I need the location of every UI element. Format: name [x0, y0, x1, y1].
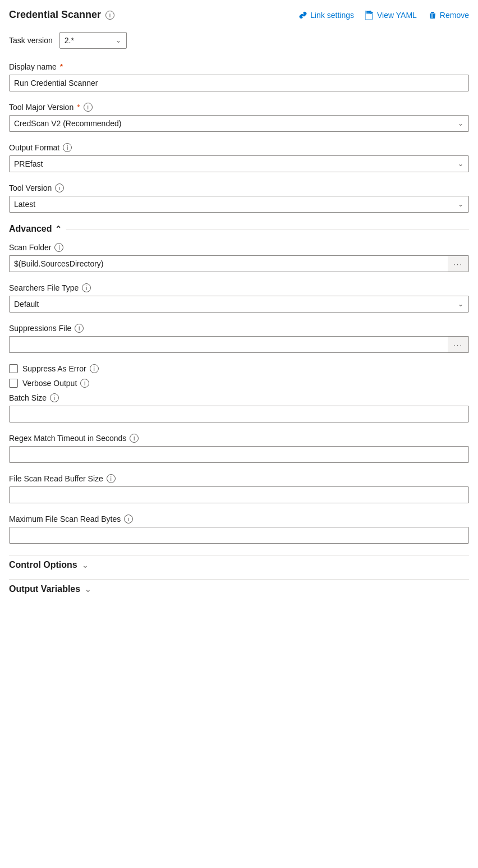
control-options-header[interactable]: Control Options ⌄	[9, 555, 469, 575]
verbose-output-label[interactable]: Verbose Output i	[22, 379, 89, 388]
output-format-select-wrapper: PREfast CSV JSON ⌄	[9, 155, 469, 172]
advanced-section-divider: Advanced ⌃	[9, 224, 469, 234]
advanced-divider-line	[66, 229, 469, 229]
output-variables-title: Output Variables	[9, 584, 80, 594]
tool-major-version-label: Tool Major Version * i	[9, 103, 469, 112]
regex-timeout-input[interactable]	[9, 446, 469, 463]
display-name-required-star: *	[60, 62, 63, 71]
tool-version-label: Tool Version i	[9, 183, 469, 192]
scan-folder-label: Scan Folder i	[9, 243, 469, 252]
tool-version-select[interactable]: Latest Specific	[9, 196, 469, 213]
task-version-select-wrapper: 2.* 1.* ⌄	[59, 32, 127, 49]
suppressions-file-group: Suppressions File i ···	[9, 324, 469, 353]
max-file-scan-bytes-group: Maximum File Scan Read Bytes i	[9, 515, 469, 544]
suppress-as-error-checkbox[interactable]	[9, 364, 18, 373]
tool-version-group: Tool Version i Latest Specific ⌄	[9, 183, 469, 213]
searchers-file-type-select[interactable]: Default Custom	[9, 296, 469, 313]
page-title: Credential Scanner	[9, 9, 101, 21]
tool-version-info-icon[interactable]: i	[55, 183, 64, 192]
output-format-info-icon[interactable]: i	[63, 143, 72, 152]
title-info-icon[interactable]: i	[105, 11, 114, 20]
batch-size-input[interactable]	[9, 406, 469, 422]
tool-major-version-group: Tool Major Version * i CredScan V2 (Reco…	[9, 103, 469, 132]
control-options-title: Control Options	[9, 560, 77, 570]
suppress-as-error-info-icon[interactable]: i	[90, 364, 99, 373]
control-options-chevron-down-icon: ⌄	[82, 561, 89, 570]
scan-folder-info-icon[interactable]: i	[54, 243, 63, 252]
regex-timeout-label: Regex Match Timeout in Seconds i	[9, 434, 469, 443]
scan-folder-input-row: ···	[9, 255, 469, 272]
output-format-label: Output Format i	[9, 143, 469, 152]
display-name-input[interactable]	[9, 75, 469, 91]
tool-major-version-select[interactable]: CredScan V2 (Recommended) CredScan V1	[9, 115, 469, 132]
batch-size-label: Batch Size i	[9, 393, 469, 402]
regex-timeout-info-icon[interactable]: i	[130, 434, 139, 443]
verbose-output-info-icon[interactable]: i	[80, 379, 89, 388]
verbose-output-row: Verbose Output i	[9, 379, 469, 388]
remove-button[interactable]: Remove	[428, 11, 469, 20]
output-variables-section: Output Variables ⌄	[9, 579, 469, 599]
regex-timeout-group: Regex Match Timeout in Seconds i	[9, 434, 469, 463]
suppressions-file-input-row: ···	[9, 336, 469, 353]
suppressions-file-info-icon[interactable]: i	[75, 324, 84, 333]
scan-folder-browse-button[interactable]: ···	[448, 255, 469, 272]
file-scan-buffer-label: File Scan Read Buffer Size i	[9, 474, 469, 483]
suppress-as-error-label[interactable]: Suppress As Error i	[22, 364, 99, 373]
file-scan-buffer-group: File Scan Read Buffer Size i	[9, 474, 469, 503]
suppressions-file-label: Suppressions File i	[9, 324, 469, 333]
task-version-select[interactable]: 2.* 1.*	[59, 32, 127, 49]
suppress-as-error-row: Suppress As Error i	[9, 364, 469, 373]
tool-major-version-info-icon[interactable]: i	[84, 103, 93, 112]
searchers-file-type-label: Searchers File Type i	[9, 283, 469, 292]
batch-size-info-icon[interactable]: i	[50, 393, 59, 402]
header-left: Credential Scanner i	[9, 9, 114, 21]
yaml-icon	[365, 11, 374, 20]
searchers-file-type-group: Searchers File Type i Default Custom ⌄	[9, 283, 469, 313]
max-file-scan-bytes-input[interactable]	[9, 527, 469, 544]
searchers-file-type-info-icon[interactable]: i	[82, 283, 91, 292]
task-version-row: Task version 2.* 1.* ⌄	[9, 32, 469, 49]
scan-folder-group: Scan Folder i ···	[9, 243, 469, 272]
tool-version-select-wrapper: Latest Specific ⌄	[9, 196, 469, 213]
tool-major-version-select-wrapper: CredScan V2 (Recommended) CredScan V1 ⌄	[9, 115, 469, 132]
output-format-group: Output Format i PREfast CSV JSON ⌄	[9, 143, 469, 172]
output-format-select[interactable]: PREfast CSV JSON	[9, 155, 469, 172]
link-settings-button[interactable]: Link settings	[298, 11, 354, 20]
batch-size-group: Batch Size i	[9, 393, 469, 422]
output-variables-chevron-down-icon: ⌄	[85, 585, 91, 594]
display-name-group: Display name *	[9, 62, 469, 91]
searchers-file-type-select-wrapper: Default Custom ⌄	[9, 296, 469, 313]
svg-rect-2	[366, 13, 372, 14]
verbose-output-checkbox[interactable]	[9, 379, 18, 388]
trash-icon	[428, 11, 437, 20]
task-version-label: Task version	[9, 36, 53, 45]
max-file-scan-bytes-label: Maximum File Scan Read Bytes i	[9, 515, 469, 523]
output-variables-header[interactable]: Output Variables ⌄	[9, 579, 469, 599]
max-file-scan-bytes-info-icon[interactable]: i	[124, 515, 133, 523]
header-actions: Link settings View YAML Remove	[298, 11, 469, 20]
view-yaml-button[interactable]: View YAML	[365, 11, 417, 20]
scan-folder-input[interactable]	[9, 255, 448, 272]
file-scan-buffer-input[interactable]	[9, 486, 469, 503]
control-options-section: Control Options ⌄	[9, 555, 469, 575]
suppressions-file-browse-button[interactable]: ···	[448, 336, 469, 353]
advanced-section-title[interactable]: Advanced ⌃	[9, 224, 62, 234]
suppressions-file-input[interactable]	[9, 336, 448, 353]
page-header: Credential Scanner i Link settings View	[9, 9, 469, 21]
tool-major-version-required-star: *	[77, 103, 80, 112]
display-name-label: Display name *	[9, 62, 469, 71]
file-scan-buffer-info-icon[interactable]: i	[107, 474, 116, 483]
advanced-chevron-up-icon: ⌃	[55, 224, 62, 233]
link-icon	[298, 11, 307, 20]
